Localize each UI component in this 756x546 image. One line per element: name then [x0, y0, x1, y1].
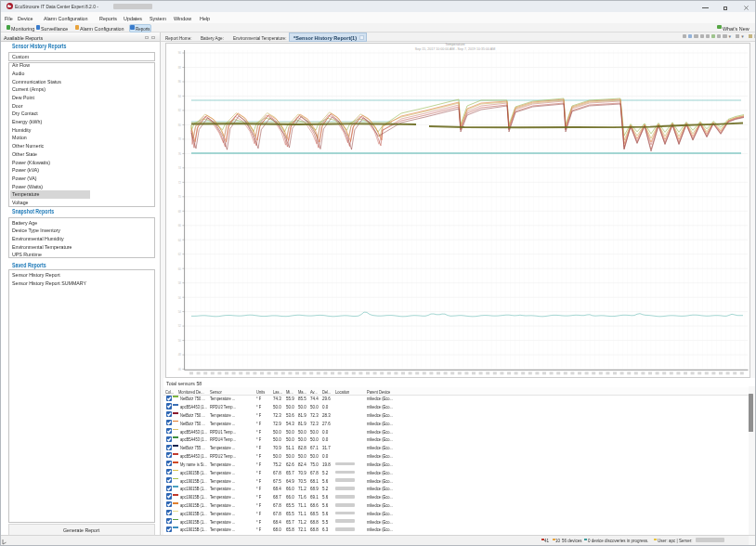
svg-text:64: 64 — [178, 239, 182, 242]
svg-text:60: 60 — [178, 267, 182, 271]
svg-text:78: 78 — [178, 137, 182, 141]
svg-text:80: 80 — [178, 124, 182, 127]
svg-text:Temperature: Temperature — [445, 43, 464, 46]
svg-text:84: 84 — [178, 95, 182, 98]
svg-text:62: 62 — [178, 253, 182, 256]
svg-text:54: 54 — [178, 310, 182, 314]
svg-text:52: 52 — [178, 324, 182, 328]
svg-text:76: 76 — [178, 152, 182, 156]
svg-text:70: 70 — [178, 195, 182, 199]
svg-text:48: 48 — [178, 353, 182, 357]
svg-text:68: 68 — [178, 210, 182, 214]
svg-text:50: 50 — [178, 339, 182, 343]
svg-text:82: 82 — [178, 109, 182, 112]
svg-text:86: 86 — [178, 80, 182, 84]
svg-text:46: 46 — [178, 368, 182, 371]
svg-text:72: 72 — [178, 181, 182, 185]
svg-text:74: 74 — [178, 166, 182, 170]
svg-text:58: 58 — [178, 281, 182, 285]
svg-text:88: 88 — [178, 66, 182, 70]
svg-text:66: 66 — [178, 224, 182, 228]
svg-text:Sep 15, 2017 10:00:00 AM - Sep: Sep 15, 2017 10:00:00 AM - Sep 7, 2019 1… — [415, 47, 495, 51]
svg-text:56: 56 — [178, 296, 182, 300]
svg-text:90: 90 — [178, 51, 182, 55]
